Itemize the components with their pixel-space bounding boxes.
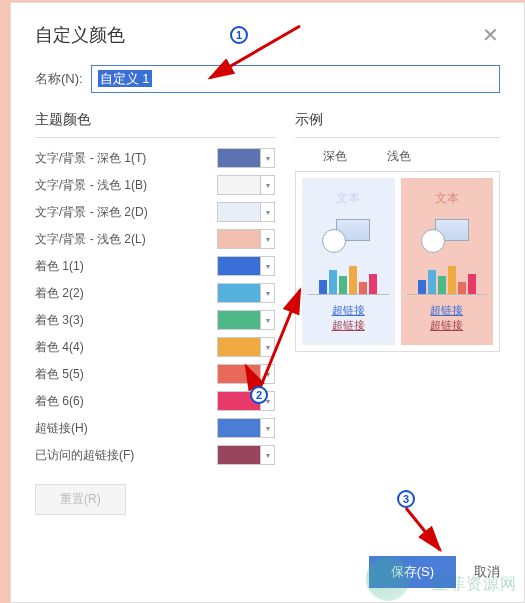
color-row: 着色 2(2)▾ <box>35 283 275 303</box>
chevron-down-icon: ▾ <box>260 446 274 464</box>
color-swatch-dropdown[interactable]: ▾ <box>217 256 275 276</box>
watermark-icon <box>366 557 410 601</box>
chevron-down-icon: ▾ <box>260 419 274 437</box>
color-swatch-dropdown[interactable]: ▾ <box>217 445 275 465</box>
swatch-color <box>218 176 260 194</box>
color-swatch-dropdown[interactable]: ▾ <box>217 148 275 168</box>
color-row: 文字/背景 - 浅色 2(L)▾ <box>35 229 275 249</box>
swatch-color <box>218 257 260 275</box>
color-row: 文字/背景 - 深色 2(D)▾ <box>35 202 275 222</box>
chevron-down-icon: ▾ <box>260 176 274 194</box>
swatch-color <box>218 419 260 437</box>
color-row: 文字/背景 - 深色 1(T)▾ <box>35 148 275 168</box>
light-header: 浅色 <box>387 148 411 165</box>
preview-text-light: 文本 <box>407 190 488 207</box>
theme-colors-title: 主题颜色 <box>35 111 275 129</box>
swatch-color <box>218 311 260 329</box>
color-label: 着色 6(6) <box>35 393 84 410</box>
bar <box>468 274 476 294</box>
color-row: 文字/背景 - 浅色 1(B)▾ <box>35 175 275 195</box>
bar <box>418 280 426 294</box>
bar <box>339 276 347 294</box>
color-label: 着色 3(3) <box>35 312 84 329</box>
swatch-color <box>218 365 260 383</box>
chevron-down-icon: ▾ <box>260 257 274 275</box>
name-input[interactable]: 自定义 1 <box>91 65 500 93</box>
chevron-down-icon: ▾ <box>260 149 274 167</box>
swatch-color <box>218 149 260 167</box>
bar <box>349 266 357 294</box>
chevron-down-icon: ▾ <box>260 203 274 221</box>
color-swatch-dropdown[interactable]: ▾ <box>217 310 275 330</box>
hyperlink-sample: 超链接 <box>407 303 488 318</box>
preview-light: 文本 超链接 超链接 <box>401 178 494 345</box>
color-label: 着色 1(1) <box>35 258 84 275</box>
custom-color-dialog: 自定义颜色 ✕ 名称(N): 自定义 1 主题颜色 文字/背景 - 深色 1(T… <box>10 2 525 603</box>
color-label: 着色 2(2) <box>35 285 84 302</box>
chevron-down-icon: ▾ <box>260 311 274 329</box>
swatch-color <box>218 446 260 464</box>
color-swatch-dropdown[interactable]: ▾ <box>217 202 275 222</box>
bar <box>329 270 337 294</box>
color-label: 着色 5(5) <box>35 366 84 383</box>
color-label: 着色 4(4) <box>35 339 84 356</box>
annotation-3: 3 <box>397 490 415 508</box>
hyperlink-sample: 超链接 <box>308 303 389 318</box>
sample-title: 示例 <box>295 111 500 129</box>
color-label: 文字/背景 - 浅色 2(L) <box>35 231 146 248</box>
dialog-title: 自定义颜色 <box>35 23 125 47</box>
color-swatch-dropdown[interactable]: ▾ <box>217 337 275 357</box>
color-swatch-dropdown[interactable]: ▾ <box>217 418 275 438</box>
chevron-down-icon: ▾ <box>260 365 274 383</box>
preview-box: 文本 超链接 超链接 文本 超链接 超链接 <box>295 171 500 352</box>
bar <box>369 274 377 294</box>
bar-chart-icon <box>308 263 389 295</box>
bar <box>448 266 456 294</box>
annotation-1: 1 <box>230 26 248 44</box>
bar <box>428 270 436 294</box>
color-swatch-dropdown[interactable]: ▾ <box>217 175 275 195</box>
color-label: 文字/背景 - 深色 1(T) <box>35 150 146 167</box>
color-row: 超链接(H)▾ <box>35 418 275 438</box>
color-row: 着色 4(4)▾ <box>35 337 275 357</box>
color-label: 已访问的超链接(F) <box>35 447 134 464</box>
visited-hyperlink-sample: 超链接 <box>407 318 488 333</box>
cancel-button[interactable]: 取消 <box>474 563 500 581</box>
color-swatch-dropdown[interactable]: ▾ <box>217 364 275 384</box>
bar <box>359 282 367 294</box>
circle-icon <box>322 229 346 253</box>
annotation-2: 2 <box>250 386 268 404</box>
name-label: 名称(N): <box>35 70 83 88</box>
bar <box>319 280 327 294</box>
color-swatch-dropdown[interactable]: ▾ <box>217 283 275 303</box>
color-label: 文字/背景 - 浅色 1(B) <box>35 177 147 194</box>
color-row: 着色 6(6)▾ <box>35 391 275 411</box>
bar <box>438 276 446 294</box>
color-label: 超链接(H) <box>35 420 88 437</box>
color-row: 着色 5(5)▾ <box>35 364 275 384</box>
chevron-down-icon: ▾ <box>260 338 274 356</box>
close-icon[interactable]: ✕ <box>480 23 500 47</box>
reset-button[interactable]: 重置(R) <box>35 484 126 515</box>
color-row: 着色 3(3)▾ <box>35 310 275 330</box>
color-row: 着色 1(1)▾ <box>35 256 275 276</box>
preview-dark: 文本 超链接 超链接 <box>302 178 395 345</box>
color-label: 文字/背景 - 深色 2(D) <box>35 204 148 221</box>
swatch-color <box>218 230 260 248</box>
chevron-down-icon: ▾ <box>260 230 274 248</box>
chevron-down-icon: ▾ <box>260 284 274 302</box>
visited-hyperlink-sample: 超链接 <box>308 318 389 333</box>
swatch-color <box>218 284 260 302</box>
swatch-color <box>218 338 260 356</box>
color-row: 已访问的超链接(F)▾ <box>35 445 275 465</box>
preview-text-dark: 文本 <box>308 190 389 207</box>
bar-chart-icon <box>407 263 488 295</box>
circle-icon <box>421 229 445 253</box>
color-swatch-dropdown[interactable]: ▾ <box>217 229 275 249</box>
dark-header: 深色 <box>323 148 347 165</box>
swatch-color <box>218 203 260 221</box>
bar <box>458 282 466 294</box>
